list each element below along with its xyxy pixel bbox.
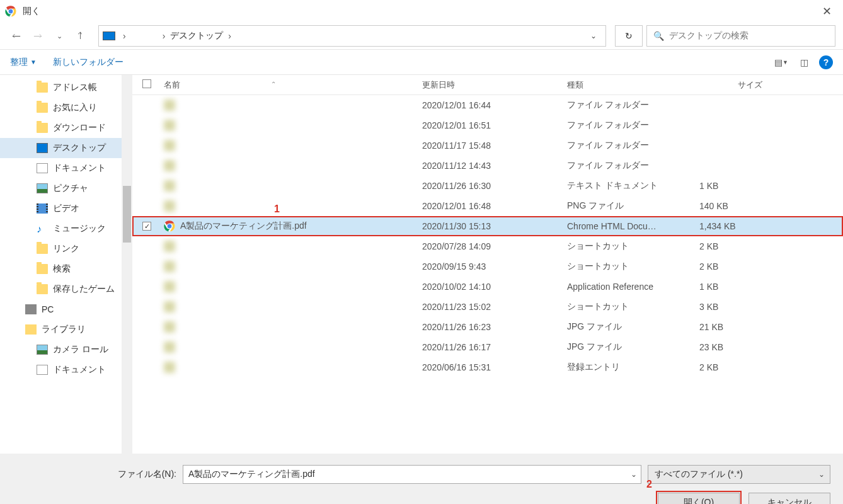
file-row[interactable]: ✓A製品のマーケティング計画.pdf2020/11/30 15:13Chrome… xyxy=(132,216,843,236)
folder-icon xyxy=(37,244,48,254)
file-icon xyxy=(164,200,175,212)
file-name xyxy=(180,180,295,192)
sort-caret-icon: ⌃ xyxy=(271,81,276,88)
file-type: ショートカット xyxy=(567,261,699,272)
view-options-icon[interactable]: ▤ ▼ xyxy=(772,54,790,71)
forward-button[interactable]: 🡒 xyxy=(29,27,47,45)
file-row[interactable]: 2020/11/26 16:23JPG ファイル21 KB xyxy=(132,317,843,337)
select-all-checkbox[interactable] xyxy=(142,79,151,88)
file-row[interactable]: 2020/12/01 16:51ファイル フォルダー xyxy=(132,115,843,135)
filename-input[interactable]: A製品のマーケティング計画.pdf ⌄ xyxy=(183,465,641,484)
file-type: Application Reference xyxy=(567,282,699,292)
column-type[interactable]: 種類 xyxy=(567,79,699,91)
address-bar[interactable]: › › デスクトップ › ⌄ xyxy=(98,25,606,47)
chevron-down-icon[interactable]: ⌄ xyxy=(631,470,637,479)
sidebar-item-13[interactable]: カメラ ロール xyxy=(0,340,132,360)
sidebar-item-label: PC xyxy=(42,304,54,314)
sidebar-item-10[interactable]: 保存したゲーム xyxy=(0,279,132,299)
file-row[interactable]: 2020/11/26 16:17JPG ファイル23 KB xyxy=(132,337,843,357)
file-date: 2020/12/01 16:44 xyxy=(422,100,567,110)
sidebar-item-4[interactable]: ドキュメント xyxy=(0,158,132,178)
open-button[interactable]: 開く(O) xyxy=(658,493,740,504)
chevron-right-icon[interactable]: › xyxy=(224,31,235,41)
file-size: 140 KB xyxy=(699,201,775,211)
sidebar-item-7[interactable]: ♪ミュージック xyxy=(0,219,132,239)
chevron-right-icon[interactable]: › xyxy=(119,31,130,41)
chevron-down-icon[interactable]: ⌄ xyxy=(585,32,602,40)
sidebar-item-label: 保存したゲーム xyxy=(53,284,115,295)
chevron-right-icon[interactable]: › xyxy=(159,31,169,41)
help-icon[interactable]: ? xyxy=(819,55,833,69)
refresh-button[interactable]: ↻ xyxy=(615,25,643,47)
file-row[interactable]: 2020/11/23 15:02ショートカット3 KB xyxy=(132,297,843,317)
column-headers: 名前⌃ 更新日時 種類 サイズ xyxy=(132,75,843,95)
file-type: ファイル フォルダー xyxy=(567,140,699,151)
monitor-icon xyxy=(37,143,48,153)
sidebar-item-label: 検索 xyxy=(53,263,71,275)
file-type-filter[interactable]: すべてのファイル (*.*) ⌄ xyxy=(648,465,830,484)
search-input[interactable]: 🔍 デスクトップの検索 xyxy=(646,25,835,47)
sidebar-item-11[interactable]: PC xyxy=(0,299,132,319)
up-button[interactable]: 🡑 xyxy=(72,27,89,45)
file-size: 2 KB xyxy=(699,362,775,372)
file-name xyxy=(180,341,233,353)
sidebar-item-0[interactable]: アドレス帳 xyxy=(0,77,132,98)
file-row[interactable]: 2020/11/12 14:43ファイル フォルダー xyxy=(132,156,843,176)
column-size[interactable]: サイズ xyxy=(699,79,775,91)
file-type: ショートカット xyxy=(567,241,699,252)
breadcrumb-desktop[interactable]: デスクトップ xyxy=(169,30,224,42)
file-type: PNG ファイル xyxy=(567,200,699,212)
file-type: ファイル フォルダー xyxy=(567,160,699,171)
cancel-button[interactable]: キャンセル xyxy=(748,493,830,504)
column-name[interactable]: 名前⌃ xyxy=(158,79,422,91)
doc-icon xyxy=(37,163,48,173)
chevron-down-icon[interactable]: ⌄ xyxy=(818,470,825,479)
file-row[interactable]: 2020/11/17 15:48ファイル フォルダー xyxy=(132,135,843,156)
sidebar-item-3[interactable]: デスクトップ xyxy=(0,138,132,158)
file-date: 2020/12/01 16:48 xyxy=(422,201,567,211)
folder-icon xyxy=(37,123,48,133)
close-icon[interactable]: ✕ xyxy=(816,2,838,21)
row-checkbox[interactable]: ✓ xyxy=(142,222,151,231)
sidebar-scrollbar[interactable] xyxy=(122,75,132,454)
sidebar-item-8[interactable]: リンク xyxy=(0,239,132,259)
file-icon xyxy=(164,180,175,192)
organize-button[interactable]: 整理▼ xyxy=(10,57,37,68)
sidebar-item-14[interactable]: ドキュメント xyxy=(0,360,132,380)
file-row[interactable]: 2020/10/02 14:10Application Reference1 K… xyxy=(132,277,843,297)
folder-icon xyxy=(37,103,48,113)
file-row[interactable]: 2020/06/16 15:31登録エントリ2 KB xyxy=(132,357,843,377)
file-row[interactable]: 2020/12/01 16:48PNG ファイル140 KB xyxy=(132,196,843,216)
file-date: 2020/06/16 15:31 xyxy=(422,362,567,372)
file-icon xyxy=(164,120,175,131)
search-icon: 🔍 xyxy=(653,31,664,41)
file-size: 1 KB xyxy=(699,181,775,191)
new-folder-button[interactable]: 新しいフォルダー xyxy=(53,57,123,68)
file-date: 2020/10/02 14:10 xyxy=(422,282,567,292)
file-name xyxy=(180,140,215,151)
sidebar-item-12[interactable]: ライブラリ xyxy=(0,319,132,340)
monitor-icon xyxy=(103,32,115,40)
sidebar-item-9[interactable]: 検索 xyxy=(0,259,132,279)
column-date[interactable]: 更新日時 xyxy=(422,79,567,91)
file-row[interactable]: 2020/12/01 16:44ファイル フォルダー xyxy=(132,95,843,115)
preview-pane-icon[interactable]: ◫ xyxy=(795,54,813,71)
sidebar-item-6[interactable]: ビデオ xyxy=(0,198,132,219)
file-size: 1 KB xyxy=(699,282,775,292)
sidebar-item-5[interactable]: ピクチャ xyxy=(0,178,132,198)
recent-dropdown-icon[interactable]: ⌄ xyxy=(50,27,68,45)
file-type: テキスト ドキュメント xyxy=(567,180,699,192)
file-row[interactable]: 2020/11/26 16:30テキスト ドキュメント1 KB xyxy=(132,176,843,196)
photo-icon xyxy=(37,183,48,193)
file-row[interactable]: 2020/09/15 9:43ショートカット2 KB xyxy=(132,256,843,277)
back-button[interactable]: 🡐 xyxy=(8,27,25,45)
file-row[interactable]: 2020/07/28 14:09ショートカット2 KB xyxy=(132,236,843,256)
file-size: 23 KB xyxy=(699,342,775,352)
photo-icon xyxy=(37,345,48,355)
file-name xyxy=(180,160,215,171)
sidebar-item-2[interactable]: ダウンロード xyxy=(0,118,132,138)
breadcrumb-user[interactable] xyxy=(130,30,159,42)
file-size: 1,434 KB xyxy=(699,221,775,231)
sidebar-item-1[interactable]: お気に入り xyxy=(0,98,132,118)
sidebar-item-label: ミュージック xyxy=(53,223,106,234)
